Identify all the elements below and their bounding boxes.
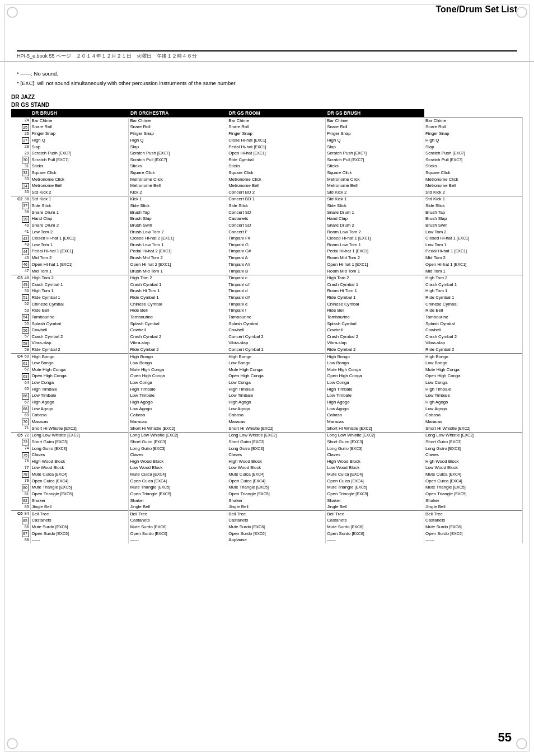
cell-name: Open Surdo — [32, 531, 57, 536]
row-number: 73 — [11, 439, 30, 445]
table-row: 65High TimbaleHigh TimbaleHigh TimbaleHi… — [11, 386, 523, 393]
cell-brush: Low Wood Block — [129, 465, 227, 472]
cell-jazz: Open High Conga — [30, 373, 129, 380]
cell-room: Room Mid Tom 1 — [326, 268, 424, 275]
table-row: 71Short Hi Whistle [EXC2]Short Hi Whistl… — [11, 425, 523, 432]
exc-tag: [EXC6] — [154, 525, 166, 529]
cell-jazz: Splash Cymbal — [30, 321, 129, 327]
cell-brush: Snare Roll — [129, 124, 227, 131]
cell-name: Open Triangle — [327, 491, 355, 496]
row-number: 63 — [11, 373, 30, 380]
cell-jazz: Finger Snap — [30, 131, 129, 138]
drum-table: DR BRUSH DR ORCHESTRA DR GS ROOM DR GS B… — [11, 109, 523, 543]
cell-name: Open Triangle — [228, 491, 257, 496]
row-number: C572 — [11, 432, 30, 439]
row-number: 86 — [11, 524, 30, 531]
cell-brush: Short Guiro [EXC3] — [129, 439, 227, 445]
exc-tag: [EXC7] — [59, 151, 71, 155]
cell-name: Scratch Pull — [327, 157, 352, 162]
num-box: 66 — [22, 393, 29, 400]
cell-name: Short Hi Whistle — [228, 426, 261, 431]
cell-brush: Crash Cymbal 2 — [129, 334, 227, 340]
table-row: 39Hand ClapBrush SlapCastanetsHand ClapB… — [11, 216, 523, 223]
cell-name: Mute Triangle — [425, 485, 453, 490]
cell-brush: Castanets — [129, 518, 227, 524]
table-row: C460High BongoHigh BongoHigh BongoHigh B… — [11, 354, 523, 360]
table-row: 58Vibra-slapVibra-slapVibra-slapVibra-sl… — [11, 340, 523, 347]
row-number: 87 — [11, 530, 30, 537]
cell-room: Open Hi-hat 1 [EXC1] — [326, 261, 424, 268]
exc-tag: [EXC3] — [448, 447, 461, 450]
cell-gbrush: Mute Cuica [EXC4] — [424, 471, 523, 478]
table-row: 68Low AgogoLow AgogoLow AgogoLow AgogoLo… — [11, 406, 523, 412]
cell-gbrush: Sticks — [424, 163, 523, 170]
table-row: 77Low Wood BlockLow Wood BlockLow Wood B… — [11, 465, 523, 472]
num-plain: 26 — [24, 131, 29, 136]
col-dr-gs-room: DR GS ROOM — [227, 109, 326, 118]
row-number: 68 — [11, 406, 30, 412]
cell-name: Mute Triangle — [327, 485, 354, 490]
table-row: 25Snare RollSnare RollSnare RollSnare Ro… — [11, 124, 523, 131]
cell-jazz: Low Agogo — [30, 406, 129, 412]
table-row: 54TambourineTambourineTambourineTambouri… — [11, 314, 523, 321]
cell-orch: Timpani G# — [227, 248, 326, 255]
row-number: 55 — [11, 321, 30, 327]
row-number: 42 — [11, 236, 30, 242]
cell-brush: Chinese Cymbal — [129, 301, 227, 308]
cell-gbrush: Scratch Push [EXC7] — [424, 151, 523, 157]
exc-tag: [EXC2] — [67, 433, 79, 437]
cell-gbrush: Mute Surdo [EXC6] — [424, 524, 523, 531]
row-number: 45 — [11, 255, 30, 262]
exc-tag: [EXC6] — [351, 525, 363, 529]
cell-jazz: Low Tom 1 — [30, 242, 129, 248]
row-number: 50 — [11, 288, 30, 295]
exc-tag: [EXC3] — [153, 440, 166, 444]
cell-name: Open Hi-hat — [228, 151, 253, 156]
exc-tag: [EXC5] — [60, 492, 73, 496]
table-row: 67High AgogoHigh AgogoHigh AgogoHigh Ago… — [11, 400, 523, 406]
cell-orch: Vibra-slap — [227, 340, 326, 347]
cell-jazz: Chinese Cymbal — [30, 301, 129, 308]
cell-name: Short Guiro — [425, 439, 449, 444]
cell-gbrush: Open Cuica [EXC4] — [424, 478, 523, 485]
num-plain: 86 — [24, 524, 29, 529]
cell-name: Open Cuica — [32, 478, 56, 483]
cell-name: Open Hi-hat 2 — [130, 262, 158, 267]
table-header-row: DR BRUSH DR ORCHESTRA DR GS ROOM DR GS B… — [11, 109, 523, 118]
exc-tag: [EXC5] — [355, 492, 368, 496]
exc-tag: [EXC4] — [449, 472, 461, 476]
row-number: 34 — [11, 183, 30, 190]
cell-brush: Metronome Click — [129, 176, 227, 183]
cell-brush: Ride Cymbal 2 — [129, 347, 227, 354]
cell-name: Long Guiro — [327, 446, 350, 451]
table-row: 76High Wood BlockHigh Wood BlockHigh Woo… — [11, 458, 523, 465]
num-box: 63 — [22, 373, 29, 380]
table-row: 83Jingle BellJingle BellJingle BellJingl… — [11, 504, 523, 511]
row-number: 51 — [11, 294, 30, 301]
cell-gbrush: Low Tom 1 — [424, 242, 523, 248]
num-plain: 57 — [24, 334, 29, 339]
cell-jazz: Cabasa — [30, 412, 129, 419]
cell-gbrush: High Agogo — [424, 400, 523, 406]
num-box: 42 — [22, 236, 29, 242]
row-number: 57 — [11, 334, 30, 340]
cell-brush: Kick 2 — [129, 189, 227, 196]
num-plain: 60 — [24, 354, 29, 359]
num-plain: 71 — [24, 425, 29, 430]
row-number: 26 — [11, 131, 30, 138]
cell-room: Open Triangle [EXC5] — [326, 491, 424, 498]
num-plain: 83 — [24, 504, 29, 509]
cell-jazz: Mid Tom 2 — [30, 255, 129, 262]
cell-room: Slap — [326, 144, 424, 151]
row-number: 77 — [11, 465, 30, 472]
cell-name: Pedal Hi-hat 2 — [130, 248, 159, 253]
exc-tag: [EXC1] — [457, 236, 469, 240]
table-row: C236Std Kick 1Kick 1Concert BD 1Std Kick… — [11, 196, 523, 203]
num-box: 85 — [22, 518, 29, 524]
exc-tag: [EXC1] — [454, 262, 466, 266]
exc-tag: [EXC5] — [257, 492, 269, 496]
cell-jazz: High Tom 2 — [30, 275, 129, 281]
cell-name: Scratch Push — [327, 151, 354, 156]
cell-brush: Vibra-slap — [129, 340, 227, 347]
cell-room: Snare Drum 2 — [326, 223, 424, 229]
